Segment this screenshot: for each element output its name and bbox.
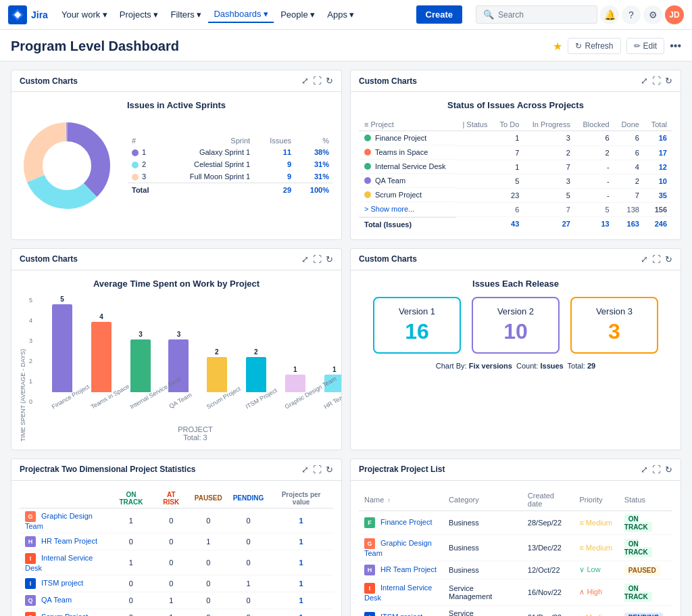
nav-apps[interactable]: Apps ▾ (322, 7, 360, 22)
jira-logo[interactable]: Jira (8, 5, 48, 24)
refresh-button[interactable]: ↻ Refresh (568, 38, 620, 54)
widget-refresh-icon5[interactable]: ↻ (665, 465, 672, 475)
edit-button[interactable]: ✏ Edit (626, 38, 665, 54)
widget-resize-icon[interactable]: ⤢ (301, 76, 309, 86)
search-placeholder: Search (498, 10, 524, 20)
widget-resize-icon3[interactable]: ⤢ (301, 254, 309, 264)
project-icon-small: H (25, 536, 36, 547)
nav-projects[interactable]: Projects ▾ (114, 7, 164, 22)
project-icon-small: I (25, 553, 36, 564)
project-icon: F (364, 517, 375, 528)
release-card-num: 10 (489, 319, 542, 344)
xaxis-label: PROJECT (178, 425, 212, 433)
widget-fullscreen-icon6[interactable]: ⛶ (313, 465, 322, 475)
bar-chart-container: 5 Finance Project 4 Teams in Space 3 Int… (35, 297, 342, 405)
status-row: QA Team 5 3 - 2 10 (359, 174, 672, 188)
project-icon-small: I (25, 578, 36, 589)
star-icon[interactable]: ★ (553, 40, 562, 53)
priority-icon: ∨ Low (579, 565, 600, 574)
bar-group: 2 ITSM Project (243, 348, 270, 405)
notifications-icon[interactable]: 🔔 (600, 5, 619, 24)
bar-value: 3 (177, 331, 181, 338)
priority-icon: ∧ High (579, 588, 602, 596)
nav-filters[interactable]: Filters ▾ (165, 7, 207, 22)
status-row: Scrum Project 23 5 - 7 35 (359, 188, 672, 202)
two-dim-project-link[interactable]: Scrum Project (41, 612, 88, 616)
widget-fullscreen-icon4[interactable]: ⛶ (652, 254, 661, 264)
widget-refresh-icon6[interactable]: ↻ (326, 465, 333, 475)
project-icon-small: Q (25, 595, 36, 606)
widget-fullscreen-icon2[interactable]: ⛶ (652, 76, 661, 86)
project-icon-small: S (25, 612, 36, 617)
widget-resize-icon4[interactable]: ⤢ (641, 254, 648, 264)
two-dim-project-link[interactable]: QA Team (41, 595, 72, 603)
create-button[interactable]: Create (416, 5, 462, 24)
project-list-row: H HR Team Project Business 12/Oct/22 ∨ L… (359, 561, 672, 579)
widget-refresh-icon4[interactable]: ↻ (665, 254, 672, 264)
settings-icon[interactable]: ⚙ (643, 5, 662, 24)
widget-fullscreen-icon3[interactable]: ⛶ (313, 254, 322, 264)
widget-each-release: Custom Charts ⤢ ⛶ ↻ Issues Each Release … (350, 248, 681, 450)
widget-avg-time-controls: ⤢ ⛶ ↻ (301, 254, 333, 264)
project-icon: I (364, 583, 375, 594)
bar-value: 2 (215, 348, 219, 356)
status-across-chart-title: Status of Issues Across Projects (359, 100, 672, 110)
bar-label: QA Team (168, 391, 193, 410)
nav-dashboards[interactable]: Dashboards ▾ (208, 6, 274, 23)
bar-chart-total: Total: 3 (183, 433, 207, 442)
bar-chart-footer: PROJECT Total: 3 (29, 425, 342, 442)
priority-icon: ≡ Medium (579, 613, 612, 617)
priority-icon: ≡ Medium (579, 519, 612, 527)
yaxis-label: TIME SPENT (AVERAGE - DAYS) (20, 297, 26, 442)
widget-each-release-title: Custom Charts (359, 254, 417, 264)
sprint-legend-row: 3 Full Moon Sprint 1 9 31% (128, 170, 333, 183)
project-name-link[interactable]: HR Team Project (380, 565, 437, 573)
release-card: Version 2 10 (472, 297, 560, 354)
two-dim-project-link[interactable]: ITSM project (41, 578, 83, 586)
bar-value: 4 (99, 313, 103, 321)
widget-fullscreen-icon[interactable]: ⛶ (313, 76, 322, 86)
show-more-row[interactable]: > Show more... 6 7 5 138 156 (359, 202, 672, 216)
bar-group: 3 QA Team (166, 331, 191, 405)
widget-avg-time-header: Custom Charts ⤢ ⛶ ↻ (11, 249, 341, 270)
refresh-icon: ↻ (575, 41, 582, 51)
widget-active-sprints-controls: ⤢ ⛶ ↻ (301, 76, 333, 86)
sprint-legend-row: 2 Celestial Sprint 1 9 31% (128, 158, 333, 170)
widget-refresh-icon2[interactable]: ↻ (665, 76, 672, 86)
widget-status-across-controls: ⤢ ⛶ ↻ (641, 76, 672, 86)
nav-items: Your work ▾ Projects ▾ Filters ▾ Dashboa… (56, 6, 360, 23)
more-icon[interactable]: ••• (670, 40, 681, 52)
two-dim-row: Q QA Team 0 1 0 0 1 (20, 592, 333, 609)
each-release-chart-title: Issues Each Release (359, 279, 672, 289)
bar (52, 304, 72, 392)
nav-people[interactable]: People ▾ (275, 7, 320, 22)
bar-group: 3 Internal Service Desk (127, 331, 154, 405)
status-badge: PENDING (624, 613, 664, 617)
status-across-table: ≡ Project | Status To Do In Progress Blo… (359, 118, 672, 231)
nav-your-work[interactable]: Your work ▾ (56, 7, 113, 22)
project-name-link[interactable]: Finance Project (380, 517, 432, 525)
widget-refresh-icon3[interactable]: ↻ (326, 254, 333, 264)
release-card-num: 16 (391, 319, 443, 344)
active-sprints-chart-title: Issues in Active Sprints (20, 100, 333, 110)
two-dim-project-link[interactable]: HR Team Project (41, 536, 97, 544)
bar (91, 322, 112, 392)
widget-refresh-icon[interactable]: ↻ (326, 76, 333, 86)
widget-resize-icon6[interactable]: ⤢ (301, 465, 309, 475)
widget-status-across-body: Status of Issues Across Projects ≡ Proje… (351, 92, 681, 239)
user-avatar[interactable]: JD (665, 5, 684, 24)
project-icon: I (364, 612, 375, 617)
priority-icon: ≡ Medium (579, 544, 612, 552)
active-sprints-legend: # Sprint Issues % 1 Galaxy Sprint 1 11 3… (128, 135, 333, 196)
widget-avg-time-body: Average Time Spent on Work by Project TI… (11, 270, 341, 450)
widget-resize-icon5[interactable]: ⤢ (641, 465, 648, 475)
two-dim-row: G Graphic Design Team 1 0 0 0 1 (20, 508, 333, 533)
widget-project-list-title: Projectrak Project List (359, 465, 445, 474)
project-name-link[interactable]: ITSM project (380, 612, 422, 616)
widget-resize-icon2[interactable]: ⤢ (641, 76, 648, 86)
search-bar[interactable]: 🔍 Search (476, 5, 597, 24)
widget-fullscreen-icon5[interactable]: ⛶ (652, 465, 661, 475)
page-actions: ★ ↻ Refresh ✏ Edit ••• (553, 38, 681, 54)
help-icon[interactable]: ? (622, 5, 641, 24)
widget-active-sprints-header: Custom Charts ⤢ ⛶ ↻ (11, 70, 341, 92)
